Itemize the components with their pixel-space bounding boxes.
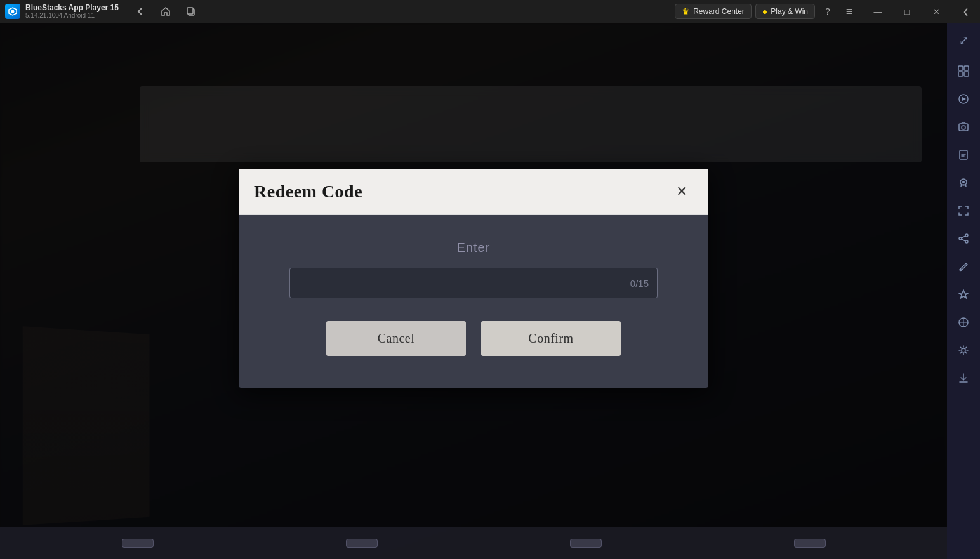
webcam-icon[interactable] [951, 170, 976, 195]
svg-line-18 [962, 236, 965, 238]
minimize-button[interactable]: — [863, 0, 892, 23]
bottom-btn-3[interactable] [570, 539, 602, 548]
titlebar-right-section: ♛ Reward Center ● Play & Win ? ≡ [675, 3, 858, 20]
settings-icon[interactable] [951, 338, 976, 363]
play-win-button[interactable]: ● Play & Win [755, 4, 815, 19]
window-controls: — □ ✕ ❮ [863, 0, 980, 23]
fullscreen-icon[interactable] [951, 198, 976, 223]
svg-point-17 [965, 240, 968, 243]
svg-point-15 [965, 234, 968, 237]
svg-line-19 [962, 239, 965, 241]
copy-button[interactable] [182, 3, 200, 20]
collapse-sidebar-button[interactable]: ❮ [951, 0, 980, 23]
right-sidebar: ⤢ [947, 23, 980, 559]
svg-point-23 [962, 348, 965, 352]
download-icon[interactable] [951, 365, 976, 391]
dialog-buttons: Cancel Confirm [289, 321, 658, 356]
bottom-btn-1[interactable] [122, 539, 154, 548]
bottom-btn-4[interactable] [794, 539, 826, 548]
titlebar: BlueStacks App Player 15 5.14.21.1004 An… [0, 0, 980, 23]
dialog-header: Redeem Code ✕ [239, 169, 708, 215]
dialog-backdrop: Redeem Code ✕ Enter 0/15 Cancel Confirm [0, 23, 947, 559]
svg-rect-4 [958, 66, 963, 70]
screenshot-icon[interactable] [951, 114, 976, 140]
app-version: 5.14.21.1004 Android 11 [25, 12, 119, 20]
svg-rect-3 [187, 8, 193, 14]
redeem-code-dialog: Redeem Code ✕ Enter 0/15 Cancel Confirm [239, 169, 708, 388]
reward-center-button[interactable]: ♛ Reward Center [675, 4, 752, 19]
bottom-bar [0, 527, 947, 559]
back-button[interactable] [131, 3, 149, 20]
svg-rect-7 [964, 72, 969, 76]
bluestacks-logo [5, 4, 20, 19]
menu-button[interactable]: ≡ [840, 3, 858, 20]
maximize-button[interactable]: □ [892, 0, 922, 23]
home-button[interactable] [157, 3, 175, 20]
code-input-wrapper: 0/15 [289, 268, 658, 298]
app-title: BlueStacks App Player 15 [25, 3, 119, 12]
coin-icon: ● [762, 6, 767, 16]
svg-point-11 [962, 126, 965, 129]
confirm-button[interactable]: Confirm [481, 321, 621, 356]
dialog-title: Redeem Code [254, 181, 362, 202]
svg-point-1 [11, 10, 15, 13]
main-content: Redeem Code ✕ Enter 0/15 Cancel Confirm [0, 23, 947, 559]
close-button[interactable]: ✕ [922, 0, 951, 23]
apps-icon[interactable] [951, 58, 976, 84]
apk-install-icon[interactable] [951, 142, 976, 168]
expand-sidebar-icon[interactable]: ⤢ [951, 28, 976, 53]
share-icon[interactable] [951, 226, 976, 251]
airplane-mode-icon[interactable] [951, 282, 976, 307]
svg-marker-9 [962, 97, 966, 101]
code-input[interactable] [289, 268, 658, 298]
play-win-label: Play & Win [771, 7, 808, 16]
dialog-enter-label: Enter [457, 240, 491, 255]
svg-rect-12 [960, 150, 967, 159]
dialog-body: Enter 0/15 Cancel Confirm [239, 215, 708, 388]
svg-point-14 [962, 181, 965, 183]
svg-rect-6 [958, 72, 963, 76]
reward-center-label: Reward Center [693, 7, 745, 16]
location-icon[interactable] [951, 310, 976, 335]
app-name-section: BlueStacks App Player 15 5.14.21.1004 An… [25, 3, 119, 20]
bottom-btn-2[interactable] [346, 539, 378, 548]
titlebar-nav [131, 3, 200, 20]
svg-rect-5 [964, 66, 969, 70]
paint-icon[interactable] [951, 254, 976, 279]
video-record-icon[interactable] [951, 86, 976, 112]
dialog-close-button[interactable]: ✕ [670, 180, 693, 203]
cancel-button[interactable]: Cancel [326, 321, 466, 356]
crown-icon: ♛ [682, 6, 690, 16]
svg-point-16 [959, 237, 962, 240]
help-button[interactable]: ? [819, 3, 837, 20]
